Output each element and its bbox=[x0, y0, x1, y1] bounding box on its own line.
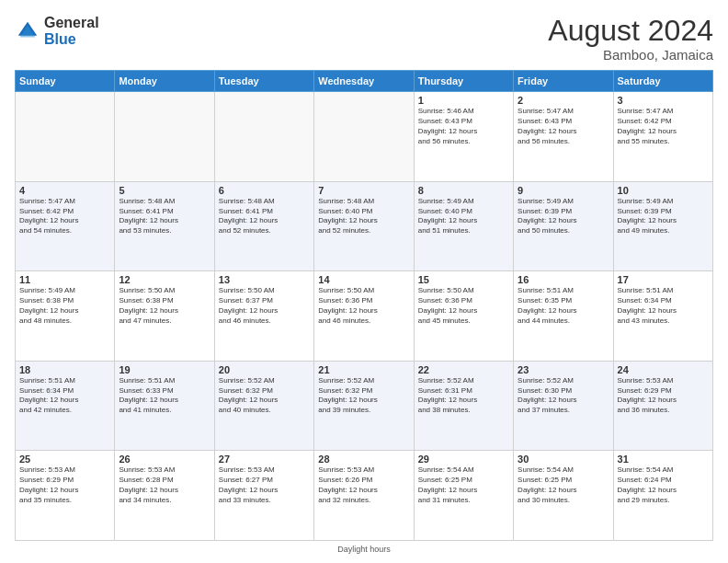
col-friday: Friday bbox=[514, 71, 613, 92]
table-row: 29Sunrise: 5:54 AM Sunset: 6:25 PM Dayli… bbox=[414, 451, 513, 541]
day-number: 27 bbox=[219, 454, 310, 465]
day-number: 7 bbox=[318, 185, 409, 196]
table-row: 22Sunrise: 5:52 AM Sunset: 6:31 PM Dayli… bbox=[414, 361, 513, 451]
day-number: 9 bbox=[518, 185, 609, 196]
table-row: 20Sunrise: 5:52 AM Sunset: 6:32 PM Dayli… bbox=[214, 361, 313, 451]
calendar-row-2: 11Sunrise: 5:49 AM Sunset: 6:38 PM Dayli… bbox=[16, 271, 713, 362]
day-info: Sunrise: 5:47 AM Sunset: 6:42 PM Dayligh… bbox=[19, 197, 110, 236]
day-info: Sunrise: 5:47 AM Sunset: 6:43 PM Dayligh… bbox=[518, 107, 609, 146]
header: General Blue August 2024 Bamboo, Jamaica bbox=[15, 15, 713, 63]
day-info: Sunrise: 5:46 AM Sunset: 6:43 PM Dayligh… bbox=[418, 107, 509, 146]
col-saturday: Saturday bbox=[613, 71, 712, 92]
table-row: 27Sunrise: 5:53 AM Sunset: 6:27 PM Dayli… bbox=[214, 451, 313, 541]
col-tuesday: Tuesday bbox=[214, 71, 313, 92]
table-row: 7Sunrise: 5:48 AM Sunset: 6:40 PM Daylig… bbox=[314, 181, 414, 271]
table-row bbox=[115, 92, 214, 182]
table-row: 10Sunrise: 5:49 AM Sunset: 6:39 PM Dayli… bbox=[613, 181, 712, 271]
col-wednesday: Wednesday bbox=[314, 71, 414, 92]
day-number: 17 bbox=[618, 274, 709, 285]
day-info: Sunrise: 5:53 AM Sunset: 6:26 PM Dayligh… bbox=[318, 465, 409, 505]
day-number: 10 bbox=[618, 185, 709, 196]
title-block: August 2024 Bamboo, Jamaica bbox=[548, 15, 713, 63]
day-number: 25 bbox=[19, 454, 110, 465]
day-number: 2 bbox=[518, 95, 609, 106]
day-number: 28 bbox=[318, 454, 409, 465]
table-row: 2Sunrise: 5:47 AM Sunset: 6:43 PM Daylig… bbox=[514, 92, 613, 182]
table-row: 31Sunrise: 5:54 AM Sunset: 6:24 PM Dayli… bbox=[613, 451, 712, 541]
day-number: 19 bbox=[119, 364, 210, 375]
day-info: Sunrise: 5:50 AM Sunset: 6:36 PM Dayligh… bbox=[318, 286, 409, 326]
day-number: 5 bbox=[119, 185, 210, 196]
day-number: 26 bbox=[119, 454, 210, 465]
day-number: 13 bbox=[219, 274, 310, 285]
day-number: 16 bbox=[518, 274, 609, 285]
day-number: 24 bbox=[618, 364, 709, 375]
calendar-row-0: 1Sunrise: 5:46 AM Sunset: 6:43 PM Daylig… bbox=[16, 92, 713, 182]
day-info: Sunrise: 5:53 AM Sunset: 6:29 PM Dayligh… bbox=[19, 465, 110, 505]
table-row: 24Sunrise: 5:53 AM Sunset: 6:29 PM Dayli… bbox=[613, 361, 712, 451]
logo-icon bbox=[15, 18, 40, 44]
day-info: Sunrise: 5:49 AM Sunset: 6:39 PM Dayligh… bbox=[618, 197, 709, 236]
day-number: 4 bbox=[19, 185, 110, 196]
logo: General Blue bbox=[15, 15, 99, 47]
table-row: 15Sunrise: 5:50 AM Sunset: 6:36 PM Dayli… bbox=[414, 271, 513, 362]
calendar-table: Sunday Monday Tuesday Wednesday Thursday… bbox=[15, 70, 713, 541]
day-info: Sunrise: 5:50 AM Sunset: 6:37 PM Dayligh… bbox=[219, 286, 310, 326]
table-row: 16Sunrise: 5:51 AM Sunset: 6:35 PM Dayli… bbox=[514, 271, 613, 362]
table-row: 4Sunrise: 5:47 AM Sunset: 6:42 PM Daylig… bbox=[16, 181, 115, 271]
day-info: Sunrise: 5:47 AM Sunset: 6:42 PM Dayligh… bbox=[618, 107, 709, 146]
day-info: Sunrise: 5:51 AM Sunset: 6:34 PM Dayligh… bbox=[19, 376, 110, 416]
main-title: August 2024 bbox=[548, 15, 713, 47]
col-thursday: Thursday bbox=[414, 71, 513, 92]
day-number: 15 bbox=[418, 274, 509, 285]
day-info: Sunrise: 5:50 AM Sunset: 6:36 PM Dayligh… bbox=[418, 286, 509, 326]
table-row: 6Sunrise: 5:48 AM Sunset: 6:41 PM Daylig… bbox=[214, 181, 313, 271]
table-row: 25Sunrise: 5:53 AM Sunset: 6:29 PM Dayli… bbox=[16, 451, 115, 541]
logo-blue: Blue bbox=[44, 31, 99, 48]
day-number: 14 bbox=[318, 274, 409, 285]
day-info: Sunrise: 5:51 AM Sunset: 6:35 PM Dayligh… bbox=[518, 286, 609, 326]
table-row: 28Sunrise: 5:53 AM Sunset: 6:26 PM Dayli… bbox=[314, 451, 414, 541]
day-info: Sunrise: 5:49 AM Sunset: 6:39 PM Dayligh… bbox=[518, 197, 609, 236]
col-monday: Monday bbox=[115, 71, 214, 92]
table-row bbox=[16, 92, 115, 182]
day-number: 21 bbox=[318, 364, 409, 375]
day-info: Sunrise: 5:52 AM Sunset: 6:30 PM Dayligh… bbox=[518, 376, 609, 416]
footer-note: Daylight hours bbox=[15, 545, 713, 554]
header-row: Sunday Monday Tuesday Wednesday Thursday… bbox=[16, 71, 713, 92]
table-row: 30Sunrise: 5:54 AM Sunset: 6:25 PM Dayli… bbox=[514, 451, 613, 541]
table-row: 17Sunrise: 5:51 AM Sunset: 6:34 PM Dayli… bbox=[613, 271, 712, 362]
day-info: Sunrise: 5:54 AM Sunset: 6:25 PM Dayligh… bbox=[418, 465, 509, 505]
day-info: Sunrise: 5:54 AM Sunset: 6:24 PM Dayligh… bbox=[618, 465, 709, 505]
day-number: 29 bbox=[418, 454, 509, 465]
table-row: 14Sunrise: 5:50 AM Sunset: 6:36 PM Dayli… bbox=[314, 271, 414, 362]
day-info: Sunrise: 5:52 AM Sunset: 6:32 PM Dayligh… bbox=[318, 376, 409, 416]
table-row: 1Sunrise: 5:46 AM Sunset: 6:43 PM Daylig… bbox=[414, 92, 513, 182]
table-row: 9Sunrise: 5:49 AM Sunset: 6:39 PM Daylig… bbox=[514, 181, 613, 271]
day-info: Sunrise: 5:51 AM Sunset: 6:33 PM Dayligh… bbox=[119, 376, 210, 416]
table-row: 3Sunrise: 5:47 AM Sunset: 6:42 PM Daylig… bbox=[613, 92, 712, 182]
table-row: 8Sunrise: 5:49 AM Sunset: 6:40 PM Daylig… bbox=[414, 181, 513, 271]
day-number: 12 bbox=[119, 274, 210, 285]
table-row: 19Sunrise: 5:51 AM Sunset: 6:33 PM Dayli… bbox=[115, 361, 214, 451]
day-info: Sunrise: 5:50 AM Sunset: 6:38 PM Dayligh… bbox=[119, 286, 210, 326]
day-info: Sunrise: 5:52 AM Sunset: 6:31 PM Dayligh… bbox=[418, 376, 509, 416]
day-number: 18 bbox=[19, 364, 110, 375]
calendar-row-3: 18Sunrise: 5:51 AM Sunset: 6:34 PM Dayli… bbox=[16, 361, 713, 451]
day-info: Sunrise: 5:52 AM Sunset: 6:32 PM Dayligh… bbox=[219, 376, 310, 416]
page: General Blue August 2024 Bamboo, Jamaica… bbox=[0, 0, 728, 563]
table-row: 11Sunrise: 5:49 AM Sunset: 6:38 PM Dayli… bbox=[16, 271, 115, 362]
day-number: 31 bbox=[618, 454, 709, 465]
day-info: Sunrise: 5:51 AM Sunset: 6:34 PM Dayligh… bbox=[618, 286, 709, 326]
table-row: 18Sunrise: 5:51 AM Sunset: 6:34 PM Dayli… bbox=[16, 361, 115, 451]
day-number: 1 bbox=[418, 95, 509, 106]
logo-general: General bbox=[44, 15, 99, 31]
table-row: 23Sunrise: 5:52 AM Sunset: 6:30 PM Dayli… bbox=[514, 361, 613, 451]
day-info: Sunrise: 5:53 AM Sunset: 6:28 PM Dayligh… bbox=[119, 465, 210, 505]
subtitle: Bamboo, Jamaica bbox=[548, 47, 713, 63]
table-row: 21Sunrise: 5:52 AM Sunset: 6:32 PM Dayli… bbox=[314, 361, 414, 451]
day-info: Sunrise: 5:53 AM Sunset: 6:29 PM Dayligh… bbox=[618, 376, 709, 416]
table-row: 5Sunrise: 5:48 AM Sunset: 6:41 PM Daylig… bbox=[115, 181, 214, 271]
logo-text: General Blue bbox=[44, 15, 99, 47]
calendar-row-4: 25Sunrise: 5:53 AM Sunset: 6:29 PM Dayli… bbox=[16, 451, 713, 541]
